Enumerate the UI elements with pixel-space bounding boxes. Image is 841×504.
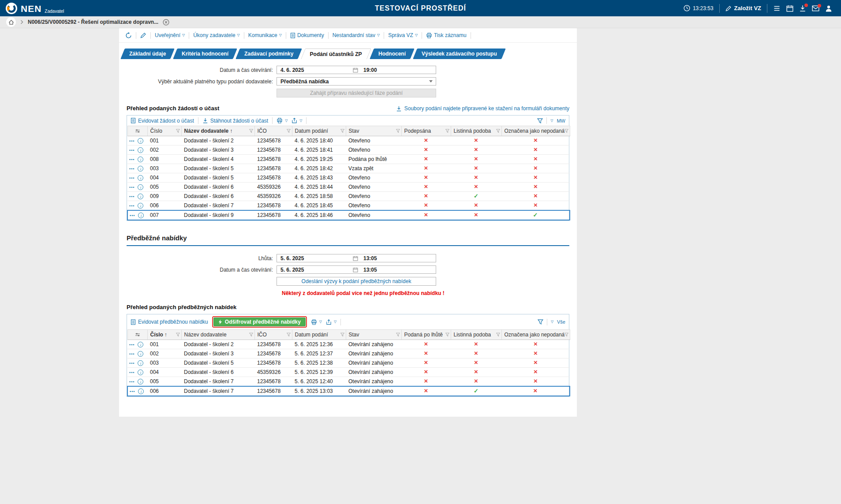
column-header[interactable]: Datum podání [292,126,346,136]
row-menu-icon[interactable]: ••• [129,343,135,347]
edit-icon[interactable] [140,32,146,38]
register-bid-button[interactable]: Evidovat předběžnou nabídku [131,319,208,325]
row-info-icon[interactable]: i [138,166,143,172]
filter-icon[interactable] [445,129,449,133]
row-menu-icon[interactable]: ••• [129,185,135,190]
filter-icon[interactable] [249,129,253,133]
table-row[interactable]: •••i006Dodavatel - školení 7123456785. 6… [127,386,570,396]
filter-icon[interactable] [445,333,449,337]
close-icon[interactable] [163,19,169,26]
prelim-opening-datetime-field[interactable]: 5. 6. 2025 13:05 [277,265,436,274]
column-header[interactable]: Označena jako nepodaná [501,126,570,136]
chevron-down-icon[interactable]: ▽ [551,320,553,324]
table-row[interactable]: •••i002Dodavatel - školení 3123456785. 6… [127,349,570,358]
row-info-icon[interactable]: i [138,157,143,162]
filter-icon[interactable] [340,129,344,133]
table-row[interactable]: •••i007Dodavatel - školení 9123456784. 6… [127,210,570,220]
row-menu-icon[interactable]: ••• [129,176,135,180]
submission-type-select[interactable]: Předběžná nabídka [277,77,436,86]
menu-uverejneni[interactable]: Uveřejnění▽ [155,32,185,38]
row-menu-icon[interactable]: ••• [129,361,135,366]
filter-icon[interactable] [176,333,180,337]
row-info-icon[interactable]: i [138,370,143,375]
table-row[interactable]: •••i004Dodavatel - školení 6453593265. 6… [127,368,570,377]
row-menu-icon[interactable]: ••• [129,157,135,162]
filter-icon[interactable] [249,333,253,337]
calendar-icon[interactable] [353,67,358,73]
menu-nestandardni-stav[interactable]: Nestandardní stav▽ [333,32,380,38]
view-selector[interactable]: Vše [557,319,565,325]
row-info-icon[interactable]: i [138,184,143,190]
decrypt-bids-button[interactable]: Odšifrovat předběžné nabídky [213,317,306,326]
row-menu-icon[interactable]: ••• [129,139,135,143]
print-button[interactable]: ▽ [311,319,322,325]
row-menu-icon[interactable]: ••• [129,370,135,375]
time-value[interactable]: 13:05 [360,267,436,273]
tab-item[interactable]: Základní údaje [120,49,175,59]
tab-item[interactable]: Hodnocení [370,49,415,59]
time-value[interactable]: 19:00 [360,67,436,73]
row-info-icon[interactable]: i [138,203,143,209]
menu-ukony-zadavatele[interactable]: Úkony zadavatele▽ [193,32,240,38]
row-info-icon[interactable]: i [138,175,143,181]
mail-icon[interactable] [812,5,819,11]
column-header[interactable]: Listinná podoba [451,330,501,340]
table-row[interactable]: •••i004Dodavatel - školení 5123456784. 6… [127,173,570,183]
menu-sprava-vz[interactable]: Správa VZ▽ [388,32,418,38]
menu-komunikace[interactable]: Komunikace▽ [248,32,282,38]
history-icon[interactable] [125,32,132,39]
column-header[interactable]: Označena jako nepodaná [501,330,570,340]
column-header[interactable]: Podepsána [401,126,451,136]
row-menu-icon[interactable]: ••• [129,167,135,171]
table-row[interactable]: •••i006Dodavatel - školení 7123456784. 6… [127,201,570,211]
table-row[interactable]: •••i003Dodavatel - školení 5123456785. 6… [127,358,570,368]
menu-icon[interactable] [773,5,781,11]
calendar-icon[interactable] [786,5,793,12]
column-settings-icon[interactable] [127,330,147,340]
filter-icon[interactable] [537,118,543,123]
calendar-icon[interactable] [353,256,358,261]
register-application-button[interactable]: Evidovat žádost o účast [131,118,194,124]
table-row[interactable]: •••i005Dodavatel - školení 6453593264. 6… [127,183,570,192]
next-phase-button[interactable]: Zahájit přípravu následující fáze podání [277,89,436,97]
table-row[interactable]: •••i005Dodavatel - školení 7123456785. 6… [127,377,570,387]
downloads-icon[interactable] [799,5,806,12]
tab-active[interactable]: Podání účastníků ZP [301,49,371,59]
filter-icon[interactable] [496,333,500,337]
create-vz-button[interactable]: Založit VZ [725,5,761,11]
opening-datetime-field[interactable]: 4. 6. 2025 19:00 [277,66,436,74]
filter-icon[interactable] [538,319,543,325]
tab-item[interactable]: Zadávací podmínky [236,49,303,59]
column-header[interactable]: Stav [346,330,401,340]
column-header[interactable]: Stav [346,126,401,136]
filter-icon[interactable] [564,333,568,337]
column-header[interactable]: Název dodavatele↑ [181,126,254,136]
filter-icon[interactable] [287,333,291,337]
column-settings-icon[interactable] [127,126,147,136]
table-row[interactable]: •••i002Dodavatel - školení 3123456784. 6… [127,146,570,155]
row-menu-icon[interactable]: ••• [130,389,135,394]
row-info-icon[interactable]: i [138,194,143,199]
filter-icon[interactable] [176,129,180,133]
chevron-down-icon[interactable]: ▽ [550,119,553,123]
row-menu-icon[interactable]: ••• [129,352,135,356]
row-info-icon[interactable]: i [138,213,144,218]
column-header[interactable]: Číslo↑ [147,330,181,340]
deadline-datetime-field[interactable]: 5. 6. 2025 13:05 [277,254,436,262]
column-header[interactable]: IČO [254,126,292,136]
table-row[interactable]: •••i008Dodavatel - školení 4123456784. 6… [127,155,570,164]
view-selector[interactable]: MW [557,118,565,123]
table-row[interactable]: •••i003Dodavatel - školení 5123456784. 6… [127,164,570,173]
menu-dokumenty[interactable]: Dokumenty [290,32,324,38]
row-menu-icon[interactable]: ••• [129,148,135,153]
time-value[interactable]: 13:05 [360,255,436,261]
filter-icon[interactable] [496,129,500,133]
send-invitation-button[interactable]: Odeslání výzvy k podání předběžných nabí… [277,277,436,286]
row-info-icon[interactable]: i [138,342,143,347]
table-row[interactable]: •••i001Dodavatel - školení 2123456784. 6… [127,136,570,146]
column-header[interactable]: IČO [254,330,292,340]
breadcrumb-record[interactable]: N006/25/V00005292 - Řešení optimalizace … [28,19,158,25]
filter-icon[interactable] [564,129,568,133]
row-menu-icon[interactable]: ••• [129,380,135,384]
user-icon[interactable] [825,5,832,12]
